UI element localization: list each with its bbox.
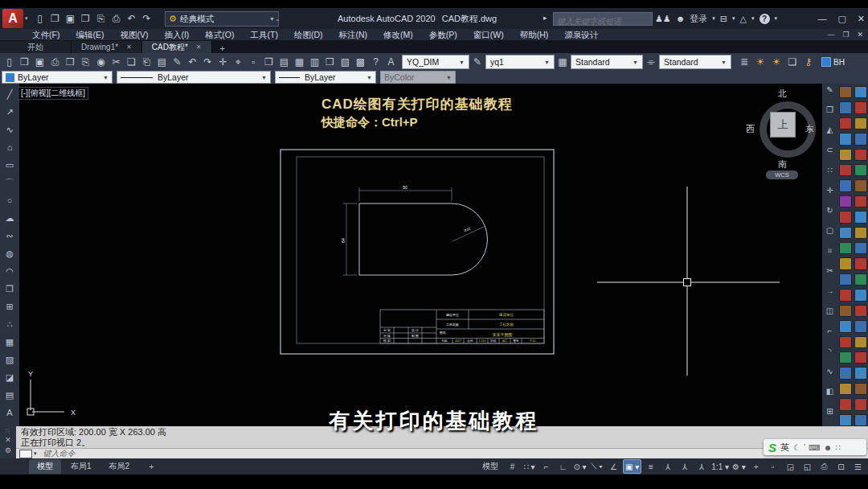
wcs-dropdown[interactable]: WCS: [766, 171, 798, 179]
toolbar-overflow-icon[interactable]: ⌄: [275, 15, 280, 23]
modify-tool-icon[interactable]: ✂: [822, 267, 837, 287]
toolbar-icon[interactable]: ❒: [63, 57, 78, 67]
workspace-dropdown[interactable]: ⚙ 经典模式 ▼: [165, 11, 279, 27]
slot-shape[interactable]: [359, 203, 488, 275]
draw-tool-icon[interactable]: ⌂: [2, 138, 18, 156]
chevron-down-icon[interactable]: ▾: [732, 15, 735, 22]
viewcube-top-face[interactable]: 上: [770, 112, 796, 138]
person-icon[interactable]: ☻: [676, 14, 686, 23]
toolbar-icon[interactable]: ▫: [246, 57, 261, 67]
toolbar-icon[interactable]: ❏: [124, 57, 139, 67]
layer-isolate-icon[interactable]: ❏: [784, 56, 800, 68]
toolbar-icon[interactable]: ✛: [215, 57, 231, 67]
toolbar-icon[interactable]: ◉: [93, 57, 108, 67]
plugin-tool-icon[interactable]: [839, 289, 852, 301]
toolbar-icon[interactable]: ⎗: [139, 57, 154, 67]
tab-model[interactable]: 模型: [29, 459, 61, 474]
plugin-tool-icon[interactable]: [839, 117, 852, 129]
quick-access-icon[interactable]: ⎘: [93, 14, 108, 23]
toolbar-icon[interactable]: ↷: [200, 57, 215, 67]
store-icon[interactable]: ⊟: [720, 14, 727, 24]
status-toggle-icon[interactable]: ∷ ▾: [521, 460, 538, 473]
plugin-tool-icon[interactable]: [839, 257, 852, 269]
plugin-tool-icon[interactable]: [854, 149, 867, 161]
toolbar-icon[interactable]: ⎘: [78, 57, 93, 67]
plugin-tool-icon[interactable]: [839, 164, 852, 176]
status-toggle-icon[interactable]: ⌐: [538, 460, 555, 473]
plugin-tool-icon[interactable]: [839, 320, 852, 332]
object-snap-toggle[interactable]: ▣ ▾: [623, 459, 641, 474]
toolbar-icon[interactable]: ↶: [185, 57, 200, 67]
modify-tool-icon[interactable]: ✎: [822, 86, 837, 106]
status-utility-icon[interactable]: ⎙: [816, 460, 833, 473]
toolbar-icon[interactable]: ▤: [276, 57, 292, 67]
ime-icon[interactable]: ∷: [835, 443, 840, 452]
draw-tool-icon[interactable]: ∴: [2, 315, 18, 333]
modify-tool-icon[interactable]: ◫: [822, 307, 837, 327]
ime-icon[interactable]: ⌨: [809, 443, 820, 452]
logo-caret-icon[interactable]: ▾: [25, 15, 28, 22]
status-toggle-icon[interactable]: #: [504, 460, 521, 473]
chevron-down-icon[interactable]: ▾: [712, 15, 715, 22]
plugin-tool-icon[interactable]: [854, 289, 867, 301]
tab-layout1[interactable]: 布局1: [63, 459, 100, 474]
window-control-button[interactable]: —: [817, 14, 826, 23]
modify-tool-icon[interactable]: ⌗: [822, 247, 837, 267]
quick-access-icon[interactable]: ▯: [32, 14, 47, 23]
plugin-tool-icon[interactable]: [854, 305, 867, 317]
new-tab-button[interactable]: +: [212, 43, 233, 53]
plugin-tool-icon[interactable]: [854, 211, 867, 223]
status-toggle-icon[interactable]: ≡: [642, 460, 659, 473]
status-toggle-icon[interactable]: 1:1 ▾: [710, 460, 731, 473]
toolbar-icon[interactable]: ⎙: [47, 57, 63, 67]
draw-tool-icon[interactable]: ☁: [2, 209, 18, 227]
plugin-tool-icon[interactable]: [854, 383, 867, 395]
signin-label[interactable]: 登录: [690, 13, 707, 25]
toolbar-icon[interactable]: ⌖: [231, 57, 246, 67]
search-expand-icon[interactable]: ▸: [543, 14, 547, 22]
command-input-row[interactable]: ▾ 键入命令: [16, 448, 868, 458]
plugin-tool-icon[interactable]: [854, 227, 867, 239]
menu-item[interactable]: 修改(M): [375, 29, 421, 40]
quick-access-icon[interactable]: ⎙: [108, 14, 124, 23]
modify-tool-icon[interactable]: ❐: [822, 106, 837, 126]
status-toggle-icon[interactable]: ∠: [605, 460, 622, 473]
draw-tool-icon[interactable]: ↗: [2, 103, 18, 121]
text-style-icon[interactable]: ✎: [469, 56, 485, 68]
plugin-tool-icon[interactable]: [854, 336, 867, 348]
command-prompt-icon[interactable]: [19, 450, 32, 458]
draw-tool-icon[interactable]: ◍: [2, 244, 18, 262]
layer-on-icon[interactable]: ☀: [752, 56, 768, 68]
ime-icon[interactable]: ’: [804, 443, 805, 452]
lineweight-dropdown[interactable]: ByLayer ▼: [275, 71, 376, 84]
search-field[interactable]: [553, 12, 653, 26]
plugin-tool-icon[interactable]: [854, 367, 867, 379]
toolbar-icon[interactable]: ▧: [338, 57, 353, 67]
chevron-down-icon[interactable]: ▾: [34, 450, 37, 457]
modify-tool-icon[interactable]: ↻: [822, 207, 837, 227]
command-input-placeholder[interactable]: 键入命令: [43, 448, 76, 459]
current-layer-name[interactable]: BH: [833, 58, 845, 67]
status-toggle-icon[interactable]: ⚙ ▾: [731, 460, 747, 473]
status-toggle-icon[interactable]: ⅄: [659, 460, 676, 473]
plugin-tool-icon[interactable]: [839, 195, 852, 208]
table-style-dropdown[interactable]: Standard▼: [571, 55, 643, 69]
plugin-tool-icon[interactable]: [854, 242, 867, 254]
quick-access-icon[interactable]: ↶: [124, 14, 139, 23]
tab-start[interactable]: 开始: [0, 41, 72, 53]
plugin-tool-icon[interactable]: [839, 242, 852, 254]
viewcube-east-label[interactable]: 东: [805, 123, 814, 135]
menu-item[interactable]: 标注(N): [331, 29, 376, 40]
view-cube[interactable]: 北 南 西 东 上 WCS: [747, 88, 820, 176]
menu-item[interactable]: 工具(T): [243, 29, 286, 40]
status-utility-icon[interactable]: ◲: [782, 460, 799, 473]
plugin-tool-icon[interactable]: [839, 179, 852, 191]
status-model-label[interactable]: 模型: [482, 461, 498, 472]
status-toggle-icon[interactable]: ⟍ ▾: [588, 460, 605, 473]
chevron-down-icon[interactable]: ▾: [775, 15, 778, 22]
plugin-tool-icon[interactable]: [839, 336, 852, 348]
draw-tool-icon[interactable]: ○: [2, 191, 18, 209]
viewcube-west-label[interactable]: 西: [746, 123, 755, 135]
viewcube-south-label[interactable]: 南: [778, 158, 787, 171]
sogou-logo-icon[interactable]: S: [768, 441, 776, 454]
